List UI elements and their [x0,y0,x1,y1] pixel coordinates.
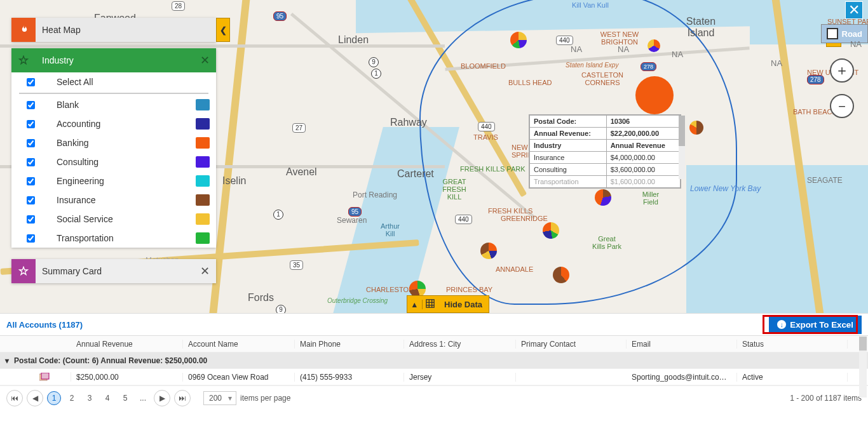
pager-page-number[interactable]: 4 [100,391,114,405]
cell-phone: (415) 555-9933 [295,373,404,382]
pager-page-number[interactable]: 5 [118,391,132,405]
pager-prev-button[interactable]: ◀ [27,390,43,406]
industry-checkbox[interactable] [27,120,35,128]
close-map-button[interactable]: ✕ [845,1,863,19]
industry-checkbox[interactable] [27,139,35,147]
pager-more[interactable]: ... [136,391,150,405]
map-tooltip: Postal Code:10306 Annual Revenue:$22,200… [529,114,681,189]
collapse-left-panel-button[interactable]: ❮ [216,18,230,42]
column-header[interactable]: Primary Contact [516,340,627,349]
pager-page-number[interactable]: 3 [83,391,97,405]
scrollbar-thumb[interactable] [679,116,685,146]
data-marker-large[interactable] [635,76,674,114]
na-label: NA [850,39,862,49]
data-marker-pie[interactable] [543,222,559,239]
industry-color-swatch [196,118,210,130]
industry-filter-item[interactable]: Insurance [11,190,216,210]
pager-next-button[interactable]: ▶ [154,390,170,406]
data-marker-pie[interactable] [510,32,527,48]
industry-checkbox[interactable] [27,101,35,109]
industry-filter-item[interactable]: Social Service [11,210,216,229]
star-icon [11,48,36,72]
interstate-shield: 278 [641,62,656,71]
view-link[interactable]: All Accounts (1187) [6,320,83,330]
group-text: Postal Code: (Count: 6) Annual Revenue: … [14,356,207,365]
close-summary-button[interactable]: ✕ [193,264,216,278]
download-icon: ↓ [777,320,786,329]
select-all-checkbox[interactable] [27,78,35,86]
column-header[interactable]: Status [737,340,848,349]
column-header[interactable]: Account Name [183,340,295,349]
column-header[interactable]: Address 1: City [404,340,516,349]
popup-key: Postal Code: [530,116,607,128]
industry-checkbox[interactable] [27,215,35,224]
summary-card-title: Summary Card [36,266,193,276]
industry-select-all[interactable]: Select All [11,72,216,91]
summary-card-header[interactable]: Summary Card ✕ [11,259,216,283]
data-marker-pie[interactable] [648,39,660,52]
map-canvas[interactable]: Fanwood Linden Rahway Avenel Iselin Cart… [0,0,868,313]
pager-first-button[interactable]: ⏮ [6,390,23,406]
road [0,44,445,48]
grid-group-row[interactable]: ▾ Postal Code: (Count: 6) Annual Revenue… [0,352,868,369]
water-label: Arthur Kill [377,222,403,237]
popup-subhead: Industry [530,140,607,152]
route-shield: 9 [369,57,379,67]
industry-filter-item[interactable]: Accounting [11,114,216,133]
data-marker-pie[interactable] [553,267,569,283]
zoom-in-button[interactable]: ＋ [830,58,854,83]
divider [19,93,208,94]
scrollbar-thumb[interactable] [859,337,867,351]
place-label: SEAGATE [807,176,843,185]
industry-color-swatch [196,137,210,149]
industry-filter-item[interactable]: Blank [11,95,216,114]
basemap-label: Road [842,29,863,39]
na-label: NA [571,44,582,54]
industry-checkbox[interactable] [27,196,35,204]
column-header[interactable]: Email [627,340,737,349]
industry-filter-panel: Industry ✕ Select All BlankAccountingBan… [11,48,216,248]
pager-page-number[interactable]: 1 [47,391,61,405]
select-all-label: Select All [57,77,210,87]
industry-checkbox[interactable] [27,177,35,185]
data-marker-pie[interactable] [595,189,611,206]
column-header[interactable]: Main Phone [295,340,404,349]
industry-checkbox[interactable] [27,158,35,166]
neighborhood-label: CHARLESTON [366,286,414,293]
grid-scrollbar[interactable] [859,337,867,398]
road-label: Staten Island Expy [566,62,618,69]
close-industry-button[interactable]: ✕ [193,53,216,67]
industry-checkbox[interactable] [27,234,35,243]
svg-rect-0 [426,299,434,307]
industry-header[interactable]: Industry ✕ [11,48,216,72]
hide-data-label: Hide Data [438,300,489,309]
industry-label: Accounting [57,119,196,129]
column-header[interactable]: Annual Revenue [71,340,183,349]
basemap-swatch-icon [827,28,838,39]
collapse-group-icon[interactable]: ▾ [5,356,14,365]
industry-filter-item[interactable]: Banking [11,133,216,152]
popup-val: $22,200,000.00 [606,128,680,140]
industry-filter-item[interactable]: Transportation [11,229,216,248]
grid-icon [423,299,438,310]
data-marker-pie[interactable] [689,121,703,135]
interstate-shield: 95 [273,11,287,21]
hide-data-toggle[interactable]: ▴ Hide Data [407,295,489,313]
tooltip-scrollbar[interactable] [679,116,685,179]
export-to-excel-button[interactable]: ↓ Export To Excel [769,316,862,334]
heat-map-header[interactable]: Heat Map [11,18,216,42]
industry-filter-item[interactable]: Engineering [11,171,216,190]
summary-card-panel: Summary Card ✕ [11,259,216,283]
page-size-select[interactable]: 200 [203,391,236,405]
industry-filter-item[interactable]: Consulting [11,152,216,171]
zoom-out-button[interactable]: － [830,94,854,118]
neighborhood-label: NEW SPRINGVILLE [512,144,531,159]
pager-last-button[interactable]: ⏭ [174,390,191,406]
route-shield: 440 [556,36,573,45]
data-marker-pie[interactable] [480,243,497,259]
pager-page-number[interactable]: 2 [65,391,79,405]
grid-data-row[interactable]: $250,000.00 0969 Ocean View Road (415) 5… [0,369,868,385]
data-grid-panel: All Accounts (1187) ↓ Export To Excel An… [0,313,868,421]
popup-cell: $1,600,000.00 [606,176,680,188]
na-label: NA [771,58,782,68]
